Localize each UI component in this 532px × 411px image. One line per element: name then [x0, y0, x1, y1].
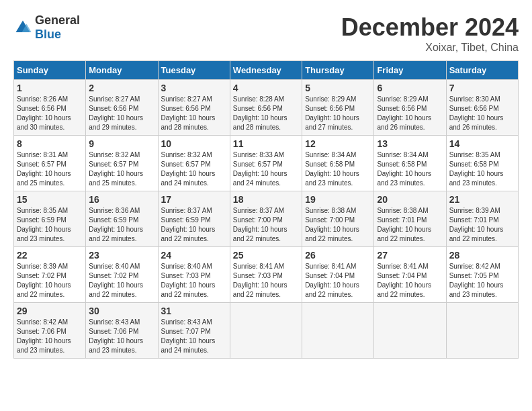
calendar-week-3: 15Sunrise: 8:35 AMSunset: 6:59 PMDayligh… — [14, 191, 519, 247]
title-block: December 2024 Xoixar, Tibet, China — [341, 13, 519, 54]
header-sunday: Sunday — [14, 61, 86, 80]
calendar-cell: 1Sunrise: 8:26 AMSunset: 6:56 PMDaylight… — [14, 80, 86, 136]
day-number: 16 — [89, 194, 154, 205]
calendar-cell: 3Sunrise: 8:27 AMSunset: 6:56 PMDaylight… — [158, 80, 230, 136]
logo: General Blue — [13, 13, 80, 42]
calendar-cell: 5Sunrise: 8:29 AMSunset: 6:56 PMDaylight… — [302, 80, 374, 136]
calendar-cell: 8Sunrise: 8:31 AMSunset: 6:57 PMDaylight… — [14, 136, 86, 191]
header-monday: Monday — [86, 61, 158, 80]
calendar-cell: 11Sunrise: 8:33 AMSunset: 6:57 PMDayligh… — [230, 136, 302, 191]
calendar-cell: 14Sunrise: 8:35 AMSunset: 6:58 PMDayligh… — [446, 136, 518, 191]
calendar-cell: 18Sunrise: 8:37 AMSunset: 7:00 PMDayligh… — [230, 191, 302, 247]
day-number: 28 — [449, 250, 515, 261]
calendar-cell — [230, 303, 302, 359]
calendar-cell: 31Sunrise: 8:43 AMSunset: 7:07 PMDayligh… — [158, 303, 230, 359]
day-info: Sunrise: 8:34 AMSunset: 6:58 PMDaylight:… — [377, 150, 443, 188]
day-number: 9 — [89, 138, 154, 149]
day-info: Sunrise: 8:42 AMSunset: 7:05 PMDaylight:… — [449, 262, 515, 300]
day-info: Sunrise: 8:29 AMSunset: 6:56 PMDaylight:… — [305, 95, 371, 132]
calendar-cell: 30Sunrise: 8:43 AMSunset: 7:06 PMDayligh… — [86, 303, 158, 359]
day-number: 15 — [17, 194, 83, 205]
day-number: 4 — [233, 83, 299, 93]
calendar-cell: 29Sunrise: 8:42 AMSunset: 7:06 PMDayligh… — [14, 303, 86, 359]
calendar-cell: 4Sunrise: 8:28 AMSunset: 6:56 PMDaylight… — [230, 80, 302, 136]
day-number: 11 — [233, 138, 299, 149]
day-info: Sunrise: 8:43 AMSunset: 7:07 PMDaylight:… — [161, 318, 227, 355]
calendar-cell: 7Sunrise: 8:30 AMSunset: 6:56 PMDaylight… — [446, 80, 518, 136]
day-info: Sunrise: 8:31 AMSunset: 6:57 PMDaylight:… — [17, 150, 83, 188]
calendar-cell: 20Sunrise: 8:38 AMSunset: 7:01 PMDayligh… — [374, 191, 446, 247]
day-number: 10 — [161, 138, 227, 149]
logo-blue: Blue — [35, 28, 61, 41]
day-info: Sunrise: 8:26 AMSunset: 6:56 PMDaylight:… — [17, 95, 83, 132]
calendar-week-2: 8Sunrise: 8:31 AMSunset: 6:57 PMDaylight… — [14, 136, 519, 191]
calendar-week-1: 1Sunrise: 8:26 AMSunset: 6:56 PMDaylight… — [14, 80, 519, 136]
day-info: Sunrise: 8:41 AMSunset: 7:04 PMDaylight:… — [377, 262, 443, 300]
day-number: 24 — [161, 250, 227, 261]
day-info: Sunrise: 8:29 AMSunset: 6:56 PMDaylight:… — [377, 95, 443, 132]
day-info: Sunrise: 8:38 AMSunset: 7:01 PMDaylight:… — [377, 206, 443, 244]
day-number: 1 — [17, 83, 83, 93]
calendar-cell: 9Sunrise: 8:32 AMSunset: 6:57 PMDaylight… — [86, 136, 158, 191]
day-number: 8 — [17, 138, 83, 149]
day-number: 25 — [233, 250, 299, 261]
calendar-cell: 19Sunrise: 8:38 AMSunset: 7:00 PMDayligh… — [302, 191, 374, 247]
day-info: Sunrise: 8:39 AMSunset: 7:02 PMDaylight:… — [17, 262, 83, 300]
calendar-week-4: 22Sunrise: 8:39 AMSunset: 7:02 PMDayligh… — [14, 247, 519, 303]
day-info: Sunrise: 8:40 AMSunset: 7:03 PMDaylight:… — [161, 262, 227, 300]
day-info: Sunrise: 8:41 AMSunset: 7:03 PMDaylight:… — [233, 262, 299, 300]
day-number: 21 — [449, 194, 515, 205]
day-number: 31 — [161, 306, 227, 316]
day-number: 20 — [377, 194, 443, 205]
day-info: Sunrise: 8:33 AMSunset: 6:57 PMDaylight:… — [233, 150, 299, 188]
day-number: 7 — [449, 83, 515, 93]
calendar-cell: 17Sunrise: 8:37 AMSunset: 6:59 PMDayligh… — [158, 191, 230, 247]
month-title: December 2024 — [341, 13, 519, 42]
day-number: 29 — [17, 306, 83, 316]
day-info: Sunrise: 8:43 AMSunset: 7:06 PMDaylight:… — [89, 318, 154, 355]
calendar-cell: 15Sunrise: 8:35 AMSunset: 6:59 PMDayligh… — [14, 191, 86, 247]
logo-icon — [13, 18, 32, 37]
calendar-cell: 25Sunrise: 8:41 AMSunset: 7:03 PMDayligh… — [230, 247, 302, 303]
calendar-cell: 21Sunrise: 8:39 AMSunset: 7:01 PMDayligh… — [446, 191, 518, 247]
day-info: Sunrise: 8:32 AMSunset: 6:57 PMDaylight:… — [161, 150, 227, 188]
day-info: Sunrise: 8:28 AMSunset: 6:56 PMDaylight:… — [233, 95, 299, 132]
day-number: 22 — [17, 250, 83, 261]
logo-text: General Blue — [35, 13, 80, 42]
day-number: 18 — [233, 194, 299, 205]
day-number: 27 — [377, 250, 443, 261]
calendar-cell — [374, 303, 446, 359]
header-thursday: Thursday — [302, 61, 374, 80]
day-info: Sunrise: 8:37 AMSunset: 7:00 PMDaylight:… — [233, 206, 299, 244]
logo-general: General — [35, 13, 80, 27]
calendar-cell: 27Sunrise: 8:41 AMSunset: 7:04 PMDayligh… — [374, 247, 446, 303]
day-info: Sunrise: 8:27 AMSunset: 6:56 PMDaylight:… — [161, 95, 227, 132]
day-number: 17 — [161, 194, 227, 205]
calendar-cell: 16Sunrise: 8:36 AMSunset: 6:59 PMDayligh… — [86, 191, 158, 247]
calendar-cell: 24Sunrise: 8:40 AMSunset: 7:03 PMDayligh… — [158, 247, 230, 303]
calendar-cell: 10Sunrise: 8:32 AMSunset: 6:57 PMDayligh… — [158, 136, 230, 191]
location-title: Xoixar, Tibet, China — [341, 42, 519, 54]
page-header: General Blue December 2024 Xoixar, Tibet… — [13, 13, 519, 54]
day-info: Sunrise: 8:41 AMSunset: 7:04 PMDaylight:… — [305, 262, 371, 300]
day-info: Sunrise: 8:35 AMSunset: 6:59 PMDaylight:… — [17, 206, 83, 244]
calendar-cell: 22Sunrise: 8:39 AMSunset: 7:02 PMDayligh… — [14, 247, 86, 303]
day-info: Sunrise: 8:27 AMSunset: 6:56 PMDaylight:… — [89, 95, 154, 132]
day-info: Sunrise: 8:35 AMSunset: 6:58 PMDaylight:… — [449, 150, 515, 188]
calendar-header-row: SundayMondayTuesdayWednesdayThursdayFrid… — [14, 61, 519, 80]
day-number: 2 — [89, 83, 154, 93]
day-info: Sunrise: 8:32 AMSunset: 6:57 PMDaylight:… — [89, 150, 154, 188]
day-info: Sunrise: 8:34 AMSunset: 6:58 PMDaylight:… — [305, 150, 371, 188]
day-number: 23 — [89, 250, 154, 261]
day-number: 3 — [161, 83, 227, 93]
day-info: Sunrise: 8:38 AMSunset: 7:00 PMDaylight:… — [305, 206, 371, 244]
calendar-cell — [446, 303, 518, 359]
calendar-cell: 28Sunrise: 8:42 AMSunset: 7:05 PMDayligh… — [446, 247, 518, 303]
header-wednesday: Wednesday — [230, 61, 302, 80]
day-info: Sunrise: 8:42 AMSunset: 7:06 PMDaylight:… — [17, 318, 83, 355]
calendar-cell: 6Sunrise: 8:29 AMSunset: 6:56 PMDaylight… — [374, 80, 446, 136]
day-number: 12 — [305, 138, 371, 149]
day-number: 14 — [449, 138, 515, 149]
day-number: 19 — [305, 194, 371, 205]
day-number: 26 — [305, 250, 371, 261]
